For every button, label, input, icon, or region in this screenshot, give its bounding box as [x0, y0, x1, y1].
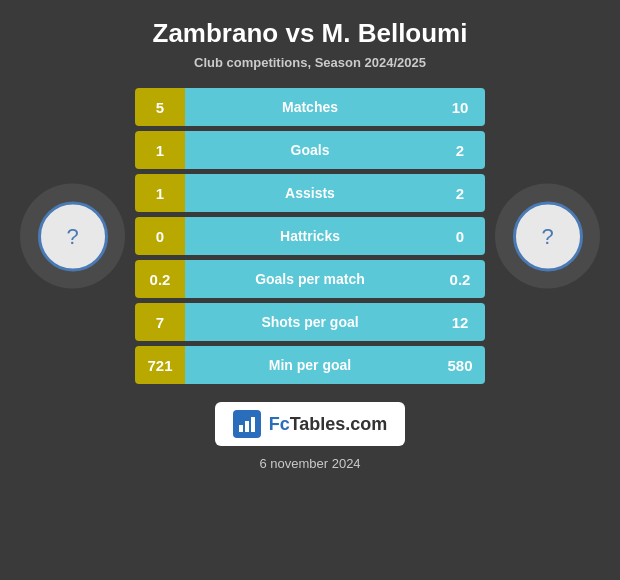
branding-section: FcTables.com — [0, 402, 620, 446]
stat-left-value: 5 — [135, 88, 185, 126]
stat-row: 721Min per goal580 — [135, 346, 485, 384]
stat-label: Goals per match — [185, 260, 435, 298]
stat-row: 5Matches10 — [135, 88, 485, 126]
right-player-avatar: ? — [495, 184, 600, 289]
stat-left-value: 1 — [135, 131, 185, 169]
stat-right-value: 12 — [435, 303, 485, 341]
stat-left-value: 7 — [135, 303, 185, 341]
stat-left-value: 1 — [135, 174, 185, 212]
stat-right-value: 0 — [435, 217, 485, 255]
page-wrapper: Zambrano vs M. Belloumi Club competition… — [0, 0, 620, 471]
stat-right-value: 580 — [435, 346, 485, 384]
stat-row: 0.2Goals per match0.2 — [135, 260, 485, 298]
stats-container: 5Matches101Goals21Assists20Hattricks00.2… — [135, 88, 485, 384]
stat-label: Goals — [185, 131, 435, 169]
stat-row: 0Hattricks0 — [135, 217, 485, 255]
stat-right-value: 0.2 — [435, 260, 485, 298]
stat-row: 7Shots per goal12 — [135, 303, 485, 341]
branding-box: FcTables.com — [215, 402, 406, 446]
left-player-image: ? — [38, 201, 108, 271]
stat-label: Min per goal — [185, 346, 435, 384]
stat-row: 1Assists2 — [135, 174, 485, 212]
svg-rect-1 — [245, 421, 249, 432]
stat-right-value: 10 — [435, 88, 485, 126]
branding-icon — [233, 410, 261, 438]
stats-area: ? ? 5Matches101Goals21Assists20Hattricks… — [10, 88, 610, 384]
stat-label: Assists — [185, 174, 435, 212]
stat-label: Shots per goal — [185, 303, 435, 341]
stat-row: 1Goals2 — [135, 131, 485, 169]
subtitle: Club competitions, Season 2024/2025 — [0, 55, 620, 70]
page-title: Zambrano vs M. Belloumi — [0, 0, 620, 55]
left-player-icon: ? — [66, 223, 78, 249]
stat-right-value: 2 — [435, 131, 485, 169]
stat-label: Matches — [185, 88, 435, 126]
stat-left-value: 721 — [135, 346, 185, 384]
stats-wrapper: ? ? 5Matches101Goals21Assists20Hattricks… — [0, 88, 620, 384]
right-player-icon: ? — [541, 223, 553, 249]
right-player-image: ? — [513, 201, 583, 271]
stat-right-value: 2 — [435, 174, 485, 212]
footer-date: 6 november 2024 — [0, 456, 620, 471]
svg-rect-2 — [251, 417, 255, 432]
stat-label: Hattricks — [185, 217, 435, 255]
branding-text: FcTables.com — [269, 414, 388, 435]
stat-left-value: 0.2 — [135, 260, 185, 298]
stat-left-value: 0 — [135, 217, 185, 255]
svg-rect-0 — [239, 425, 243, 432]
left-player-avatar: ? — [20, 184, 125, 289]
